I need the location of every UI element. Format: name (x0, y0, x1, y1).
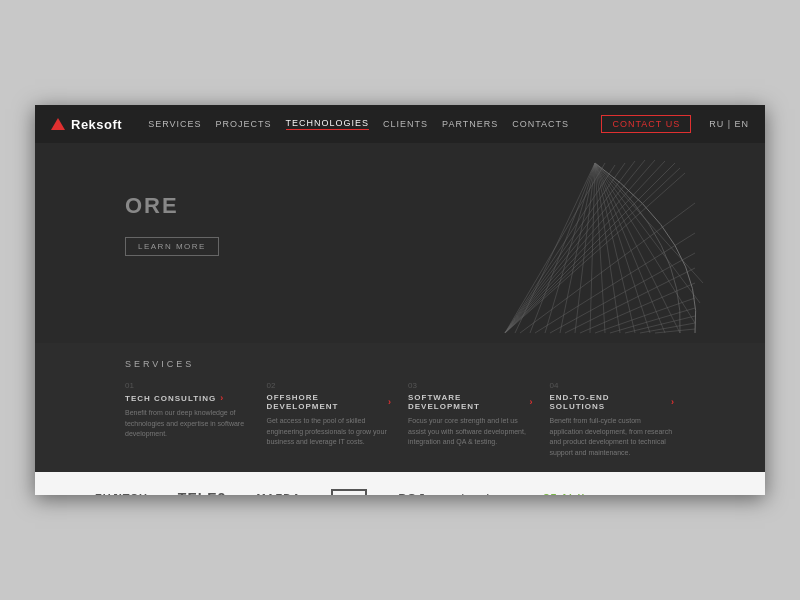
arrow-icon-3: › (530, 397, 534, 407)
service-item-4: 04 END-TO-END SOLUTIONS › Benefit from f… (550, 381, 676, 458)
svg-line-23 (505, 165, 615, 333)
service-num-3: 03 (408, 381, 534, 390)
svg-line-19 (505, 160, 655, 333)
client-psj: PSJ (397, 491, 425, 496)
svg-line-27 (550, 253, 695, 333)
service-desc-1: Benefit from our deep knowledge of techn… (125, 408, 251, 440)
service-title-2[interactable]: OFFSHORE DEVELOPMENT › (267, 393, 393, 411)
arrow-icon-4: › (671, 397, 675, 407)
language-switcher[interactable]: RU | EN (709, 119, 749, 129)
nav-contacts[interactable]: CONTACTS (512, 119, 569, 129)
service-title-1[interactable]: TECH CONSULTING › (125, 393, 251, 403)
client-vimpelcom: VimpelCom (455, 493, 513, 495)
service-title-4[interactable]: END-TO-END SOLUTIONS › (550, 393, 676, 411)
navbar: Reksoft SERVICES PROJECTS TECHNOLOGIES C… (35, 105, 765, 143)
svg-line-34 (655, 329, 695, 333)
arrow-icon-1: › (220, 393, 224, 403)
service-num-1: 01 (125, 381, 251, 390)
service-title-3[interactable]: SOFTWARE DEVELOPMENT › (408, 393, 534, 411)
service-desc-4: Benefit from full-cycle custom applicati… (550, 416, 676, 458)
clients-strip: FUJITSU TELE2 MAZDA MTS PSJ VimpelCom S7… (35, 472, 765, 495)
nav-services[interactable]: SERVICES (148, 119, 201, 129)
logo-text: Reksoft (71, 117, 122, 132)
nav-partners[interactable]: PARTNERS (442, 119, 498, 129)
service-item-1: 01 TECH CONSULTING › Benefit from our de… (125, 381, 251, 458)
contact-us-button[interactable]: CONTACT US (601, 115, 691, 133)
svg-line-5 (590, 163, 595, 333)
svg-line-21 (505, 161, 635, 333)
client-tele2: TELE2 (178, 490, 227, 495)
nav-projects[interactable]: PROJECTS (216, 119, 272, 129)
service-desc-2: Get access to the pool of skilled engine… (267, 416, 393, 448)
service-num-4: 04 (550, 381, 676, 390)
svg-line-18 (505, 161, 665, 333)
svg-line-29 (580, 283, 695, 333)
client-fujitsu: FUJITSU (95, 492, 148, 495)
svg-line-31 (610, 308, 695, 333)
nav-technologies[interactable]: TECHNOLOGIES (286, 118, 370, 130)
logo[interactable]: Reksoft (51, 117, 122, 132)
svg-line-28 (565, 268, 695, 333)
services-section: SERVICES 01 TECH CONSULTING › Benefit fr… (35, 343, 765, 472)
service-desc-3: Focus your core strength and let us assi… (408, 416, 534, 448)
svg-line-15 (505, 173, 685, 333)
arrow-icon-2: › (388, 397, 392, 407)
svg-line-2 (545, 163, 595, 333)
learn-more-button[interactable]: LEARN MORE (125, 237, 219, 256)
nav-clients[interactable]: CLIENTS (383, 119, 428, 129)
geometric-art (485, 153, 705, 343)
hero-title: orE (125, 193, 219, 219)
nav-links: SERVICES PROJECTS TECHNOLOGIES CLIENTS P… (148, 118, 583, 130)
service-num-2: 02 (267, 381, 393, 390)
services-grid: 01 TECH CONSULTING › Benefit from our de… (125, 381, 675, 458)
logo-triangle-icon (51, 118, 65, 130)
services-section-title: SERVICES (125, 359, 675, 369)
client-mts: MTS (331, 489, 367, 495)
hero-text-block: orE LEARN MORE (125, 193, 219, 256)
client-mazda: MAZDA (256, 492, 301, 495)
service-item-2: 02 OFFSHORE DEVELOPMENT › Get access to … (267, 381, 393, 458)
svg-line-16 (505, 168, 680, 333)
svg-line-12 (595, 163, 695, 323)
service-item-3: 03 SOFTWARE DEVELOPMENT › Focus your cor… (408, 381, 534, 458)
client-s7: S7 Airlines (543, 493, 605, 496)
browser-window: Reksoft SERVICES PROJECTS TECHNOLOGIES C… (35, 105, 765, 495)
hero-section: orE LEARN MORE (35, 143, 765, 343)
